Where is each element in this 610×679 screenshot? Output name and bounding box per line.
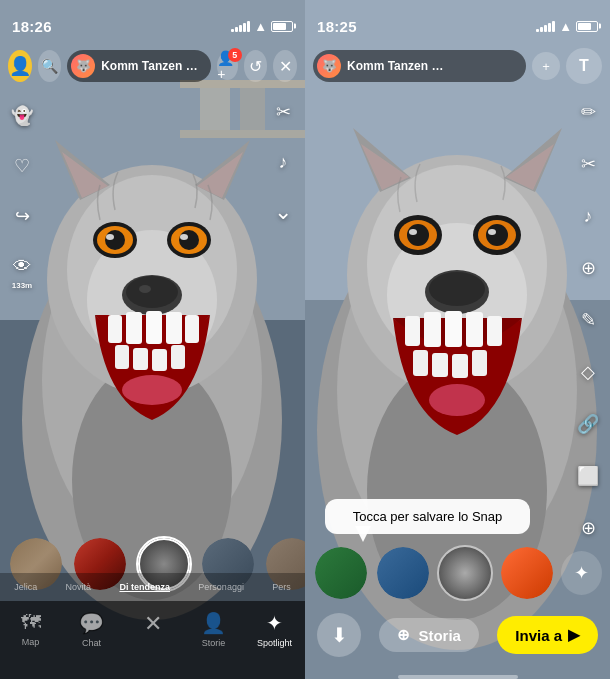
nav-shutter[interactable]: ✕ bbox=[131, 611, 175, 637]
svg-rect-29 bbox=[126, 312, 142, 344]
nav-chat[interactable]: 💬 Chat bbox=[70, 611, 114, 648]
svg-point-23 bbox=[106, 234, 114, 240]
music-icon-left[interactable]: ♪ bbox=[267, 146, 299, 178]
svg-point-55 bbox=[486, 224, 508, 246]
timer-icon[interactable]: ⊕ bbox=[572, 512, 604, 544]
tooltip-text: Tocca per salvare lo Snap bbox=[353, 509, 503, 524]
svg-point-57 bbox=[488, 229, 496, 235]
story-avatar-left: 🐺 bbox=[71, 54, 95, 78]
svg-rect-68 bbox=[472, 350, 487, 376]
user-avatar-left[interactable]: 👤 bbox=[8, 50, 32, 82]
status-bar-right: 18:25 ▲ bbox=[305, 0, 610, 44]
story-title-left: Komm Tanzen (Ic... bbox=[101, 59, 201, 73]
wifi-icon: ▲ bbox=[254, 19, 267, 34]
send-label: Invia a bbox=[515, 627, 562, 644]
filter-category-bar: Jelica Novità Di tendenza Personaggi Per… bbox=[0, 573, 305, 601]
nav-spotlight-label: Spotlight bbox=[257, 638, 292, 648]
top-bar-left: 👤 🔍 🐺 Komm Tanzen (Ic... 👤+ 5 ↺ ✕ bbox=[0, 44, 305, 88]
filter-cat-jelica[interactable]: Jelica bbox=[14, 582, 37, 592]
story-chip-left[interactable]: 🐺 Komm Tanzen (Ic... bbox=[67, 50, 211, 82]
nav-spotlight[interactable]: ✦ Spotlight bbox=[253, 611, 297, 648]
status-icons-left: ▲ bbox=[231, 19, 293, 34]
crop-icon[interactable]: ⬜ bbox=[572, 460, 604, 492]
add-story-button[interactable]: + bbox=[532, 52, 560, 80]
svg-rect-36 bbox=[171, 345, 185, 369]
stories-icon: 👤 bbox=[201, 611, 226, 635]
svg-point-24 bbox=[180, 234, 188, 240]
svg-point-56 bbox=[409, 229, 417, 235]
zoom-icon[interactable]: ⊕ bbox=[572, 252, 604, 284]
eye-icon[interactable]: 👁 133m bbox=[6, 250, 38, 282]
battery-icon-left bbox=[271, 21, 293, 32]
close-icon-left: ✕ bbox=[279, 57, 292, 76]
search-icon: 🔍 bbox=[41, 58, 58, 74]
music-icon-right[interactable]: ♪ bbox=[572, 200, 604, 232]
search-button-left[interactable]: 🔍 bbox=[38, 50, 62, 82]
bottom-nav-left: 🗺 Map 💬 Chat ✕ 👤 Storie ✦ Spotlight bbox=[0, 601, 305, 679]
svg-point-59 bbox=[429, 272, 485, 306]
svg-point-54 bbox=[407, 224, 429, 246]
nav-stories[interactable]: 👤 Storie bbox=[192, 611, 236, 648]
spotlight-icon: ✦ bbox=[266, 611, 283, 635]
notification-badge: 5 bbox=[228, 48, 242, 62]
filter-cat-pers[interactable]: Pers bbox=[272, 582, 291, 592]
add-friend-button[interactable]: 👤+ 5 bbox=[217, 52, 238, 80]
draw-icon[interactable]: ✏ bbox=[572, 96, 604, 128]
svg-rect-65 bbox=[413, 350, 428, 376]
nav-chat-label: Chat bbox=[82, 638, 101, 648]
filter-thumb-r3[interactable] bbox=[437, 545, 493, 601]
svg-point-69 bbox=[429, 384, 485, 416]
ghost-icon[interactable]: 👻 bbox=[6, 100, 38, 132]
svg-rect-67 bbox=[452, 354, 468, 378]
scissors-icon-left[interactable]: ✂ bbox=[267, 96, 299, 128]
link-icon[interactable]: 🔗 bbox=[572, 408, 604, 440]
time-right: 18:25 bbox=[317, 18, 357, 35]
signal-icon-right bbox=[536, 20, 555, 32]
top-bar-right: 🐺 Komm Tanzen (Ich... + T bbox=[305, 44, 610, 88]
svg-rect-31 bbox=[166, 312, 182, 344]
svg-rect-61 bbox=[424, 312, 441, 347]
svg-point-21 bbox=[105, 230, 125, 250]
scissors-icon-right[interactable]: ✂ bbox=[572, 148, 604, 180]
svg-rect-60 bbox=[405, 316, 420, 346]
filter-thumb-r2[interactable] bbox=[375, 545, 431, 601]
filter-strip-right: ✦ bbox=[305, 545, 610, 601]
text-tool-icon: T bbox=[579, 57, 589, 75]
bottom-action-bar: ⬇ ⊕ Storia Invia a ▶ bbox=[305, 601, 610, 679]
add-icon-right: + bbox=[542, 59, 550, 74]
refresh-button[interactable]: ↺ bbox=[244, 50, 268, 82]
filter-cat-personaggi[interactable]: Personaggi bbox=[198, 582, 244, 592]
story-chip-right[interactable]: 🐺 Komm Tanzen (Ich... bbox=[313, 50, 526, 82]
heart-icon[interactable]: ♡ bbox=[6, 150, 38, 182]
diamond-icon[interactable]: ◇ bbox=[572, 356, 604, 388]
filter-thumb-r1[interactable] bbox=[313, 545, 369, 601]
filter-thumb-r4[interactable] bbox=[499, 545, 555, 601]
right-side-icon-group-left: ✂ ♪ ⌄ bbox=[267, 96, 299, 228]
nav-map[interactable]: 🗺 Map bbox=[9, 611, 53, 647]
download-button[interactable]: ⬇ bbox=[317, 613, 361, 657]
share-icon[interactable]: ↪ bbox=[6, 200, 38, 232]
svg-rect-32 bbox=[185, 315, 199, 343]
right-panel: 18:25 ▲ 🐺 Komm Tanzen (Ich... + bbox=[305, 0, 610, 679]
svg-rect-35 bbox=[152, 349, 167, 371]
story-avatar-right: 🐺 bbox=[317, 54, 341, 78]
nav-stories-label: Storie bbox=[202, 638, 226, 648]
sparkle-button[interactable]: ✦ bbox=[561, 551, 602, 595]
svg-rect-62 bbox=[445, 311, 462, 347]
expand-icon-left[interactable]: ⌄ bbox=[267, 196, 299, 228]
svg-rect-34 bbox=[133, 348, 148, 370]
refresh-icon: ↺ bbox=[249, 57, 262, 76]
story-button[interactable]: ⊕ Storia bbox=[379, 618, 479, 652]
edit-icon[interactable]: ✎ bbox=[572, 304, 604, 336]
close-button-left[interactable]: ✕ bbox=[273, 50, 297, 82]
sparkle-icon: ✦ bbox=[574, 562, 589, 584]
svg-rect-33 bbox=[115, 345, 129, 369]
filter-cat-novita[interactable]: Novità bbox=[66, 582, 92, 592]
filter-cat-tendenza[interactable]: Di tendenza bbox=[119, 582, 170, 592]
signal-icon bbox=[231, 20, 250, 32]
map-icon: 🗺 bbox=[21, 611, 41, 634]
wifi-icon-right: ▲ bbox=[559, 19, 572, 34]
send-button[interactable]: Invia a ▶ bbox=[497, 616, 598, 654]
battery-icon-right bbox=[576, 21, 598, 32]
text-tool-button[interactable]: T bbox=[566, 48, 602, 84]
